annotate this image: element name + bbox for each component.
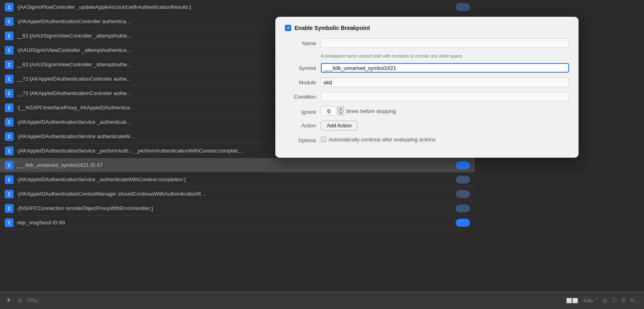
breakpoint-toggle[interactable] [456, 204, 470, 212]
toolbar-left: + ⊙ [5, 297, 566, 305]
ignore-row: Ignore ▲ ▼ times before stopping [285, 106, 569, 116]
breakpoint-label: -[AKAppleIDAuthenticationContextManager … [17, 191, 452, 197]
stepper-down[interactable]: ▼ [338, 111, 344, 115]
breakpoint-label: -[AASignInFlowController _updateAppleAcc… [17, 4, 452, 10]
breakpoint-item[interactable]: Σ-[NSXPCConnection remoteObjectProxyWith… [0, 201, 475, 216]
breakpoint-item[interactable]: Σ___lldb_unnamed_symbol1621 ID 67 [0, 158, 475, 172]
breakpoint-icon: Σ [5, 3, 14, 12]
filter-label: Fi… [630, 298, 639, 303]
enable-checkbox[interactable] [285, 25, 291, 31]
filter-right-icon[interactable]: ☰ [621, 298, 626, 303]
condition-input[interactable] [321, 92, 569, 101]
options-text: Automatically continue after evaluating … [329, 137, 435, 143]
breakpoint-toggle[interactable] [456, 3, 470, 11]
breakpoint-label: ___lldb_unnamed_symbol1621 ID 67 [17, 162, 452, 168]
ignore-label: Ignore [285, 107, 321, 115]
add-action-button[interactable]: Add Action [321, 121, 358, 131]
breakpoint-toggle[interactable] [456, 161, 470, 169]
name-hint-row: A breakpoint name cannot start with numb… [285, 53, 569, 58]
condition-row: Condition [285, 92, 569, 101]
breakpoint-item[interactable]: Σ-[AKAppleIDAuthenticationContextManager… [0, 187, 475, 201]
symbolic-breakpoint-popup: Enable Symbolic Breakpoint Name A breakp… [275, 17, 579, 158]
breakpoint-icon: Σ [5, 46, 14, 55]
symbol-row: Symbol [285, 63, 569, 73]
options-checkbox[interactable] [321, 137, 326, 142]
breakpoint-icon: Σ [5, 132, 14, 141]
breakpoint-icon: Σ [5, 147, 14, 155]
action-label: Action [285, 121, 321, 129]
breakpoint-icon: Σ [5, 60, 14, 69]
breakpoint-icon: Σ [5, 32, 14, 40]
ignore-suffix: times before stopping [346, 108, 396, 114]
breakpoint-toggle[interactable] [456, 176, 470, 184]
breakpoint-label: objc_msgSend ID 69 [17, 220, 452, 226]
breakpoint-item[interactable]: Σ-[AKAppleIDAuthenticationService _authe… [0, 172, 475, 187]
filter-input[interactable] [27, 297, 107, 303]
breakpoint-item[interactable]: Σobjc_msgSend ID 69 [0, 216, 475, 230]
scope-icon[interactable]: ⬜⬜ [566, 298, 578, 303]
breakpoint-icon: Σ [5, 190, 14, 198]
name-label: Name [285, 38, 321, 46]
breakpoint-icon: Σ [5, 17, 14, 26]
stepper-up[interactable]: ▲ [338, 107, 344, 111]
ignore-input[interactable] [321, 106, 337, 116]
popup-title: Enable Symbolic Breakpoint [294, 25, 370, 31]
breakpoint-icon: Σ [5, 161, 14, 170]
toolbar-right: ⬜⬜ Auto ⌃ ◎ ⓘ ☰ Fi… [566, 297, 639, 304]
filter-icon: ⊙ [16, 297, 24, 305]
symbol-label: Symbol [285, 63, 321, 71]
symbol-input[interactable] [321, 63, 569, 73]
module-row: Module [285, 77, 569, 87]
action-row: Action Add Action [285, 121, 569, 131]
add-breakpoint-button[interactable]: + [5, 297, 13, 305]
breakpoint-icon: Σ [5, 218, 14, 227]
breakpoint-item[interactable]: Σ-[AASignInFlowController _updateAppleAc… [0, 0, 475, 14]
bottom-toolbar: + ⊙ ⬜⬜ Auto ⌃ ◎ ⓘ ☰ Fi… [0, 291, 644, 309]
options-label: Options [285, 135, 321, 143]
info-icon[interactable]: ⓘ [612, 297, 616, 304]
breakpoint-label: -[AKAppleIDAuthenticationService _authen… [17, 176, 452, 182]
breakpoint-icon: Σ [5, 118, 14, 127]
name-row: Name [285, 38, 569, 48]
name-hint: A breakpoint name cannot start with numb… [321, 53, 569, 58]
breakpoint-toggle[interactable] [456, 190, 470, 198]
module-label: Module [285, 77, 321, 85]
popup-title-row: Enable Symbolic Breakpoint [285, 25, 569, 31]
breakpoint-icon: Σ [5, 89, 14, 98]
eye-icon[interactable]: ◎ [603, 298, 607, 303]
auto-selector[interactable]: Auto ⌃ [583, 298, 598, 303]
breakpoint-icon: Σ [5, 204, 14, 213]
breakpoint-toggle[interactable] [456, 219, 470, 227]
breakpoint-icon: Σ [5, 175, 14, 184]
ignore-stepper[interactable]: ▲ ▼ [338, 107, 344, 115]
breakpoint-label: -[NSXPCConnection remoteObjectProxyWithE… [17, 205, 452, 211]
name-input[interactable] [321, 38, 569, 48]
breakpoint-icon: Σ [5, 103, 14, 112]
condition-label: Condition [285, 92, 321, 100]
options-row: Options Automatically continue after eva… [285, 135, 569, 143]
breakpoint-icon: Σ [5, 75, 14, 83]
module-input[interactable] [321, 77, 569, 87]
